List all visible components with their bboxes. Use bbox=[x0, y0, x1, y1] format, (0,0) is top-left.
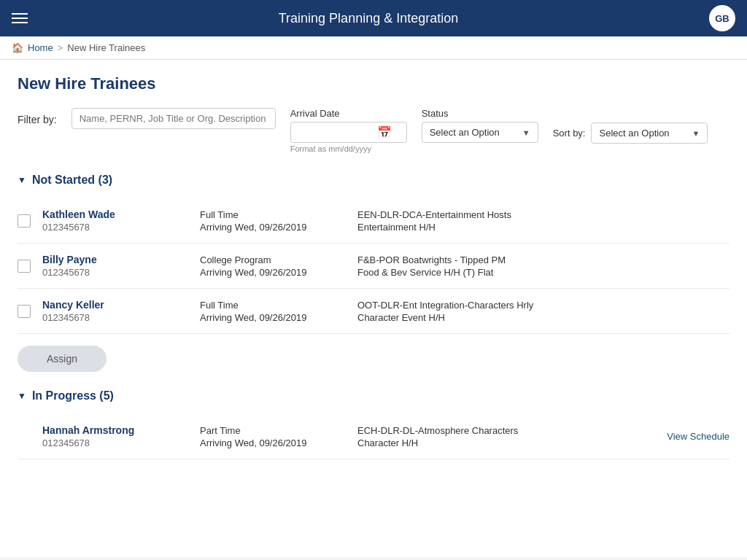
table-row: Billy Payne 012345678 College Program Ar… bbox=[18, 244, 729, 289]
status-group: Status Select an Option ▼ bbox=[422, 108, 538, 143]
trainee-id: 012345678 bbox=[42, 438, 188, 448]
trainee-id: 012345678 bbox=[42, 312, 188, 323]
trainee-type: Full Time bbox=[200, 209, 346, 220]
filter-text-input[interactable] bbox=[71, 108, 276, 129]
trainee-arriving: Arriving Wed, 09/26/2019 bbox=[200, 222, 346, 233]
trainee-org-line1: EEN-DLR-DCA-Entertainment Hosts bbox=[357, 209, 729, 220]
trainee-name-group: Billy Payne 012345678 bbox=[42, 254, 188, 278]
status-select[interactable]: Select an Option ▼ bbox=[422, 122, 538, 143]
home-icon: 🏠 bbox=[12, 42, 23, 53]
trainee-arriving: Arriving Wed, 09/26/2019 bbox=[200, 312, 346, 323]
section-not-started: ▼ Not Started (3) bbox=[18, 174, 729, 190]
sort-by-chevron-icon: ▼ bbox=[692, 129, 700, 138]
trainee-type: College Program bbox=[200, 254, 346, 265]
trainee-org-group: OOT-DLR-Ent Integration-Characters Hrly … bbox=[357, 300, 729, 323]
trainee-name-group: Hannah Armstrong 012345678 bbox=[42, 424, 188, 448]
trainee-schedule-group: Full Time Arriving Wed, 09/26/2019 bbox=[200, 300, 346, 323]
trainee-checkbox-3[interactable] bbox=[18, 305, 31, 318]
filter-by-label: Filter by: bbox=[18, 108, 57, 125]
table-row: Hannah Armstrong 012345678 Part Time Arr… bbox=[18, 414, 729, 459]
trainee-org-line2: Food & Bev Service H/H (T) Flat bbox=[357, 267, 729, 278]
trainee-schedule-group: College Program Arriving Wed, 09/26/2019 bbox=[200, 254, 346, 278]
trainee-checkbox-1[interactable] bbox=[18, 214, 31, 228]
trainee-schedule-group: Full Time Arriving Wed, 09/26/2019 bbox=[200, 209, 346, 233]
section-in-progress: ▼ In Progress (5) bbox=[18, 389, 729, 405]
trainee-org-group: EEN-DLR-DCA-Entertainment Hosts Entertai… bbox=[357, 209, 729, 233]
trainee-name: Kathleen Wade bbox=[42, 209, 188, 220]
sort-by-label: Sort by: bbox=[553, 128, 586, 139]
arrival-date-group: Arrival Date 📅 Format as mm/dd/yyyy bbox=[290, 108, 407, 153]
arrival-date-label: Arrival Date bbox=[290, 108, 407, 119]
trainee-type: Full Time bbox=[200, 300, 346, 311]
breadcrumb-separator: > bbox=[58, 42, 63, 53]
trainee-org-group: F&B-POR Boatwrights - Tipped PM Food & B… bbox=[357, 254, 729, 278]
trainee-org-line1: ECH-DLR-DL-Atmosphere Characters bbox=[357, 425, 655, 436]
section-in-progress-toggle[interactable]: ▼ bbox=[18, 391, 26, 401]
trainee-org-group: ECH-DLR-DL-Atmosphere Characters Charact… bbox=[357, 425, 655, 448]
view-schedule-link[interactable]: View Schedule bbox=[667, 431, 729, 442]
filter-row: Filter by: Arrival Date 📅 Format as mm/d… bbox=[18, 108, 729, 153]
status-chevron-icon: ▼ bbox=[522, 128, 530, 137]
sort-by-select-value: Select an Option bbox=[599, 128, 669, 139]
section-in-progress-label: In Progress (5) bbox=[32, 389, 114, 402]
table-row: Kathleen Wade 012345678 Full Time Arrivi… bbox=[18, 198, 729, 244]
arrival-date-input-wrap[interactable]: 📅 bbox=[290, 122, 407, 143]
trainee-org-line1: F&B-POR Boatwrights - Tipped PM bbox=[357, 254, 729, 265]
trainee-org-line1: OOT-DLR-Ent Integration-Characters Hrly bbox=[357, 300, 729, 311]
trainee-arriving: Arriving Wed, 09/26/2019 bbox=[200, 438, 346, 448]
calendar-icon[interactable]: 📅 bbox=[377, 125, 392, 139]
section-not-started-label: Not Started (3) bbox=[32, 174, 112, 187]
status-select-value: Select an Option bbox=[430, 127, 500, 138]
user-avatar[interactable]: GB bbox=[709, 5, 735, 31]
trainee-name: Billy Payne bbox=[42, 254, 188, 265]
trainee-org-line2: Character H/H bbox=[357, 438, 655, 448]
trainee-id: 012345678 bbox=[42, 222, 188, 233]
sort-by-group: Sort by: Select an Option ▼ bbox=[553, 108, 708, 144]
menu-button[interactable] bbox=[12, 13, 28, 23]
page-title: New Hire Trainees bbox=[18, 74, 729, 93]
trainee-checkbox-2[interactable] bbox=[18, 260, 31, 273]
assign-button[interactable]: Assign bbox=[18, 346, 107, 372]
trainee-org-line2: Entertainment H/H bbox=[357, 222, 729, 233]
arrival-date-input[interactable] bbox=[297, 127, 377, 138]
arrival-date-format: Format as mm/dd/yyyy bbox=[290, 144, 407, 153]
breadcrumb: 🏠 Home > New Hire Trainees bbox=[0, 36, 747, 60]
trainee-name-group: Nancy Keller 012345678 bbox=[42, 299, 188, 323]
section-not-started-toggle[interactable]: ▼ bbox=[18, 175, 26, 185]
trainee-type: Part Time bbox=[200, 425, 346, 436]
breadcrumb-home-link[interactable]: Home bbox=[28, 42, 53, 53]
trainee-schedule-group: Part Time Arriving Wed, 09/26/2019 bbox=[200, 425, 346, 448]
table-row: Nancy Keller 012345678 Full Time Arrivin… bbox=[18, 289, 729, 334]
sort-by-select[interactable]: Select an Option ▼ bbox=[591, 122, 708, 144]
trainee-name-group: Kathleen Wade 012345678 bbox=[42, 209, 188, 233]
status-label: Status bbox=[422, 108, 538, 119]
breadcrumb-current: New Hire Trainees bbox=[67, 42, 145, 53]
app-header: Training Planning & Integration GB bbox=[0, 0, 747, 36]
trainee-name: Nancy Keller bbox=[42, 299, 188, 311]
trainee-arriving: Arriving Wed, 09/26/2019 bbox=[200, 267, 346, 278]
trainee-name: Hannah Armstrong bbox=[42, 424, 188, 436]
main-content: New Hire Trainees Filter by: Arrival Dat… bbox=[0, 60, 747, 557]
trainee-id: 012345678 bbox=[42, 267, 188, 278]
app-title: Training Planning & Integration bbox=[28, 11, 709, 26]
trainee-org-line2: Character Event H/H bbox=[357, 312, 729, 323]
